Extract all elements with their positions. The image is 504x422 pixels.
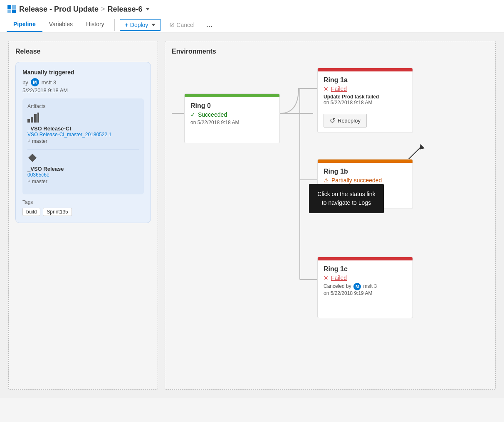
user-avatar: M bbox=[31, 78, 39, 86]
release-name: Release-6 bbox=[107, 5, 142, 14]
deploy-button[interactable]: + Deploy bbox=[120, 19, 161, 31]
ring1a-body: Ring 1a ✕ Failed Update Prod task failed… bbox=[318, 71, 413, 110]
environments-panel: Environments bbox=[165, 41, 496, 390]
redeploy-button[interactable]: ↺ Redeploy bbox=[324, 114, 367, 128]
redeploy-label: Redeploy bbox=[338, 118, 361, 124]
ring1c-box: Ring 1c ✕ Failed Canceled by M msft 3 on… bbox=[317, 257, 413, 318]
ring0-status: Succeeded bbox=[198, 111, 227, 118]
artifact-2-version[interactable]: 00365c6e bbox=[27, 172, 139, 178]
artifact-1-branch: ⑂ master bbox=[27, 138, 139, 144]
ring1c-status-row: ✕ Failed bbox=[324, 275, 407, 281]
svg-rect-7 bbox=[37, 113, 39, 123]
tag-build: build bbox=[22, 208, 40, 216]
svg-rect-2 bbox=[7, 10, 11, 13]
user-name: msft 3 bbox=[42, 79, 56, 86]
release-dropdown-icon[interactable] bbox=[146, 8, 150, 10]
ring0-date: on 5/22/2018 9:18 AM bbox=[190, 120, 274, 125]
ring0-name: Ring 0 bbox=[190, 102, 274, 110]
redeploy-icon: ↺ bbox=[330, 117, 335, 125]
ring0-check-icon: ✓ bbox=[190, 111, 195, 118]
artifact-1-name: _VSO Release-CI bbox=[27, 125, 139, 132]
ring1a-x-icon: ✕ bbox=[324, 86, 329, 92]
artifact-build-icon bbox=[27, 113, 139, 125]
ring1a-detail: Update Prod task failed bbox=[324, 94, 407, 100]
artifact-divider bbox=[27, 149, 139, 150]
branch-icon-2: ⑂ bbox=[27, 179, 30, 184]
ring1c-user: msft 3 bbox=[363, 283, 377, 289]
release-card: Manually triggered by M msft 3 5/22/2018… bbox=[15, 62, 151, 223]
svg-marker-16 bbox=[420, 144, 425, 150]
deploy-chevron-icon bbox=[151, 24, 156, 26]
cancel-circle-icon: ⊘ bbox=[169, 21, 175, 29]
svg-rect-6 bbox=[34, 114, 37, 123]
tab-variables[interactable]: Variables bbox=[42, 17, 79, 32]
cancel-label: Cancel bbox=[176, 22, 195, 28]
artifacts-section: Artifacts _VSO Release-CI VSO Release-CI… bbox=[22, 98, 144, 194]
trigger-date: 5/22/2018 9:18 AM bbox=[22, 87, 144, 93]
svg-rect-1 bbox=[12, 5, 16, 9]
artifact-2-branch: ⑂ master bbox=[27, 179, 139, 184]
ring1a-detail-date: on 5/22/2018 9:18 AM bbox=[324, 100, 407, 106]
svg-rect-0 bbox=[7, 5, 11, 9]
artifact-2-name: _VSO Release bbox=[27, 166, 139, 172]
plus-icon: + bbox=[125, 22, 128, 28]
ring1c-detail: Canceled by M msft 3 bbox=[324, 283, 407, 290]
more-button[interactable]: ... bbox=[203, 18, 216, 31]
trigger-by: by M msft 3 bbox=[22, 78, 144, 86]
ring1c-body: Ring 1c ✕ Failed Canceled by M msft 3 on… bbox=[318, 260, 413, 301]
artifacts-label: Artifacts bbox=[27, 103, 139, 109]
top-header: Release - Prod Update > Release-6 Pipeli… bbox=[0, 0, 504, 32]
ring1c-user-avatar: M bbox=[353, 283, 361, 290]
ring1b-warning-icon: ⚠ bbox=[324, 177, 329, 184]
tooltip-box: Click on the status link to navigate to … bbox=[309, 184, 384, 213]
ring1b-status: Partially succeeded bbox=[331, 177, 382, 184]
ring1a-status[interactable]: Failed bbox=[331, 86, 347, 92]
ring1c-date: on 5/22/2018 9:19 AM bbox=[324, 290, 407, 296]
tag-sprint: Sprint135 bbox=[43, 208, 72, 216]
svg-rect-5 bbox=[31, 117, 33, 123]
tags-label: Tags bbox=[22, 199, 144, 205]
tab-pipeline[interactable]: Pipeline bbox=[7, 17, 42, 32]
nav-divider bbox=[114, 19, 115, 31]
artifact-2-branch-name: master bbox=[32, 179, 47, 184]
ring1a-box: Ring 1a ✕ Failed Update Prod task failed… bbox=[317, 68, 413, 133]
branch-icon-1: ⑂ bbox=[27, 138, 30, 144]
ring1c-x-icon: ✕ bbox=[324, 275, 329, 281]
nav-actions: + Deploy ⊘ Cancel ... bbox=[120, 18, 216, 31]
breadcrumb: Release - Prod Update > Release-6 bbox=[7, 4, 497, 14]
ring1b-name: Ring 1b bbox=[324, 168, 407, 175]
tooltip-text: Click on the status link to navigate to … bbox=[317, 191, 375, 206]
breadcrumb-title: Release - Prod Update bbox=[19, 5, 99, 14]
release-panel-title: Release bbox=[15, 48, 151, 55]
ring1c-name: Ring 1c bbox=[324, 265, 407, 273]
release-panel: Release Manually triggered by M msft 3 5… bbox=[8, 41, 158, 390]
ring1c-detail-prefix: Canceled by bbox=[324, 283, 351, 289]
breadcrumb-separator: > bbox=[101, 5, 105, 13]
artifact-item-2: _VSO Release 00365c6e ⑂ master bbox=[27, 153, 139, 184]
ring0-status-row: ✓ Succeeded bbox=[190, 111, 274, 118]
nav-tabs: Pipeline Variables History + Deploy ⊘ Ca… bbox=[7, 17, 497, 32]
artifact-1-branch-name: master bbox=[32, 138, 47, 144]
ring0-body: Ring 0 ✓ Succeeded on 5/22/2018 9:18 AM bbox=[185, 97, 279, 130]
ring1a-top-bar bbox=[318, 68, 413, 71]
main-content: Release Manually triggered by M msft 3 5… bbox=[0, 32, 504, 398]
ring0-top-bar bbox=[185, 94, 279, 97]
artifact-git-icon bbox=[27, 153, 139, 165]
deploy-label: Deploy bbox=[130, 22, 148, 28]
artifact-1-version[interactable]: VSO Release-CI_master_20180522.1 bbox=[27, 132, 139, 137]
svg-rect-3 bbox=[12, 10, 16, 13]
by-prefix: by bbox=[22, 79, 28, 86]
ring0-box: Ring 0 ✓ Succeeded on 5/22/2018 9:18 AM bbox=[184, 93, 280, 143]
ring1c-top-bar bbox=[318, 257, 413, 260]
breadcrumb-release[interactable]: Release-6 bbox=[107, 5, 150, 14]
artifact-item-1: _VSO Release-CI VSO Release-CI_master_20… bbox=[27, 113, 139, 144]
tags-row: build Sprint135 bbox=[22, 208, 144, 216]
cancel-button[interactable]: ⊘ Cancel bbox=[164, 19, 200, 31]
trigger-label: Manually triggered bbox=[22, 69, 144, 76]
release-icon bbox=[7, 4, 17, 14]
tags-section: Tags build Sprint135 bbox=[22, 199, 144, 216]
tab-history[interactable]: History bbox=[79, 17, 111, 32]
svg-rect-4 bbox=[27, 119, 30, 123]
ring1b-top-bar bbox=[318, 159, 413, 163]
ring1c-status[interactable]: Failed bbox=[331, 275, 347, 281]
